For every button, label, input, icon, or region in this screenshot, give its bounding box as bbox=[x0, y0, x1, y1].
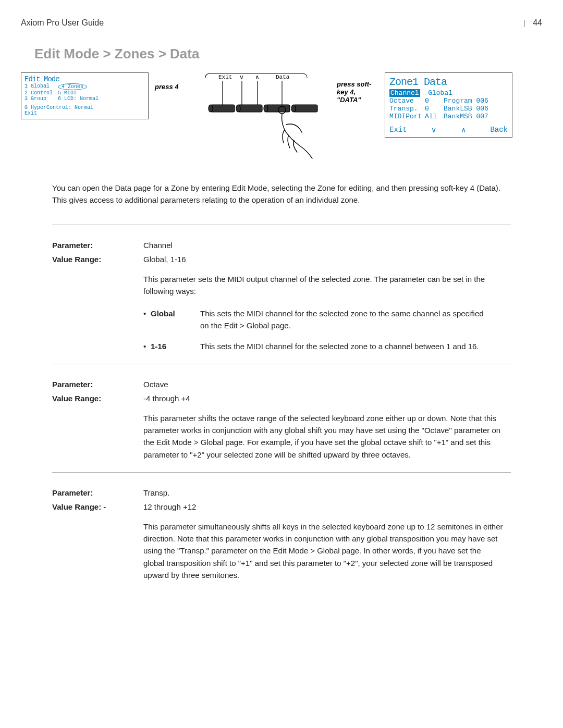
lcd3-midiport-value: All bbox=[425, 113, 444, 120]
lcd3-exit: Exit bbox=[389, 126, 407, 134]
header-divider bbox=[524, 20, 524, 27]
page-number-wrap: 44 bbox=[518, 18, 542, 28]
param1-desc: This parameter sets the MIDI output chan… bbox=[143, 273, 503, 298]
up-arrow-icon: ∧ bbox=[255, 73, 260, 81]
down-arrow-icon: ∨ bbox=[239, 73, 244, 81]
param-channel: Parameter: Channel Value Range: Global, … bbox=[52, 241, 511, 352]
param1-sub2-key: 1-16 bbox=[151, 340, 200, 352]
press-softkey-label: press soft-key 4, "DATA" bbox=[337, 80, 378, 104]
lcd3-transp-label: Transp. bbox=[389, 105, 425, 113]
param-octave: Parameter: Octave Value Range: -4 throug… bbox=[52, 380, 511, 461]
label-parameter: Parameter: bbox=[52, 380, 143, 389]
svg-rect-5 bbox=[238, 105, 262, 112]
lcd1-item-global: 1 Global bbox=[25, 83, 56, 90]
svg-point-9 bbox=[236, 105, 240, 112]
lcd3-bottom-row: Exit ∨ ∧ Back bbox=[389, 126, 508, 134]
svg-point-11 bbox=[291, 105, 296, 112]
lcd3-octave-label: Octave bbox=[389, 97, 425, 105]
svg-point-10 bbox=[264, 105, 268, 112]
svg-rect-7 bbox=[293, 105, 317, 112]
sk-label-data: Data bbox=[276, 74, 290, 80]
lcd3-row-midiport: MIDIPort All BankMSB 007 bbox=[389, 113, 508, 120]
svg-rect-4 bbox=[211, 105, 235, 112]
bullet-icon: • bbox=[143, 340, 151, 352]
lcd3-row-channel: Channel Global bbox=[389, 89, 508, 97]
bullet-icon: • bbox=[143, 307, 151, 332]
param1-name: Channel bbox=[143, 241, 173, 250]
lcd3-program: Program 006 bbox=[444, 97, 488, 105]
lcd3-midiport-label: MIDIPort bbox=[389, 113, 425, 120]
section-divider bbox=[52, 364, 511, 364]
lcd3-row-transp: Transp. 0 BankLSB 006 bbox=[389, 105, 508, 113]
lcd3-title: Zone1 Data bbox=[389, 76, 508, 88]
lcd1-item-hyper: 0 HyperControl: Normal bbox=[25, 105, 93, 110]
label-value-range: Value Range: bbox=[52, 255, 143, 264]
figures-row: Edit Mode 1 Global 4 Zones 2 Control 5 M… bbox=[21, 72, 542, 161]
lcd1-item-midi: 5 MIDI bbox=[58, 90, 77, 96]
param1-sub-global: • Global This sets the MIDI channel for … bbox=[143, 307, 511, 332]
param1-sub-116: • 1-16 This sets the MIDI channel for th… bbox=[143, 340, 511, 352]
lcd1-item-group: 3 Group bbox=[25, 96, 56, 102]
param1-sublist: • Global This sets the MIDI channel for … bbox=[143, 307, 511, 352]
lcd1-item-zones: 4 Zones bbox=[58, 83, 87, 90]
lcd-zone1-data: Zone1 Data Channel Global Octave 0 Progr… bbox=[385, 72, 512, 138]
label-parameter: Parameter: bbox=[52, 241, 143, 250]
lcd3-banklsb: BankLSB 006 bbox=[444, 105, 488, 113]
sk-label-exit: Exit bbox=[218, 74, 232, 80]
lcd3-octave-value: 0 bbox=[425, 97, 444, 105]
lcd1-item-lcd: 6 LCD: Normal bbox=[58, 96, 99, 102]
up-arrow-icon: ∧ bbox=[461, 126, 466, 134]
down-arrow-icon: ∨ bbox=[431, 126, 436, 134]
param-transp: Parameter: Transp. Value Range: - 12 thr… bbox=[52, 488, 511, 581]
param3-desc: This parameter simultaneously shifts all… bbox=[143, 521, 503, 581]
param1-sub1-key: Global bbox=[151, 307, 200, 332]
svg-rect-6 bbox=[266, 105, 290, 112]
param1-sub2-text: This sets the MIDI channel for the selec… bbox=[200, 340, 492, 352]
page-title: Edit Mode > Zones > Data bbox=[34, 46, 542, 62]
doc-title: Axiom Pro User Guide bbox=[21, 18, 104, 28]
page-number: 44 bbox=[533, 18, 542, 27]
lcd3-row-octave: Octave 0 Program 006 bbox=[389, 97, 508, 105]
param1-sub1-text: This sets the MIDI channel for the selec… bbox=[200, 307, 492, 332]
param3-range: 12 through +12 bbox=[143, 502, 196, 511]
lcd1-title: Edit Mode bbox=[25, 75, 145, 83]
section-divider bbox=[52, 225, 511, 225]
lcd1-item-control: 2 Control bbox=[25, 90, 56, 96]
softkeys-svg: Exit ∨ ∧ Data bbox=[195, 72, 331, 161]
softkeys-figure: Exit ∨ ∧ Data bbox=[195, 72, 331, 161]
label-parameter: Parameter: bbox=[52, 488, 143, 497]
label-value-range: Value Range: bbox=[52, 394, 143, 403]
lcd-edit-mode: Edit Mode 1 Global 4 Zones 2 Control 5 M… bbox=[21, 72, 149, 119]
lcd3-transp-value: 0 bbox=[425, 105, 444, 113]
param1-range: Global, 1-16 bbox=[143, 255, 186, 264]
param2-name: Octave bbox=[143, 380, 168, 389]
press4-label: press 4 bbox=[155, 83, 189, 91]
intro-paragraph: You can open the Data page for a Zone by… bbox=[52, 182, 506, 206]
param2-desc: This parameter shifts the octave range o… bbox=[143, 412, 503, 461]
param2-range: -4 through +4 bbox=[143, 394, 190, 403]
lcd3-channel-label: Channel bbox=[389, 89, 420, 97]
lcd3-back: Back bbox=[490, 126, 508, 134]
lcd3-channel-value: Global bbox=[428, 89, 452, 97]
section-divider bbox=[52, 472, 511, 473]
lcd3-bankmsb: BankMSB 007 bbox=[444, 113, 488, 120]
svg-point-8 bbox=[209, 105, 213, 112]
hand-icon bbox=[278, 106, 312, 158]
page-header: Axiom Pro User Guide 44 bbox=[21, 18, 542, 28]
lcd1-exit: Exit bbox=[25, 110, 37, 116]
label-value-range-neg: Value Range: - bbox=[52, 502, 143, 511]
param3-name: Transp. bbox=[143, 488, 169, 497]
